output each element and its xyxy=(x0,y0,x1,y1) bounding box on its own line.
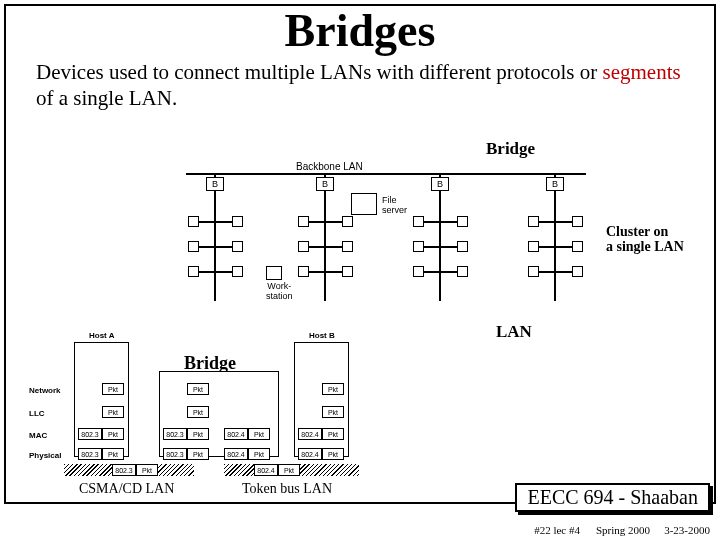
pkt-box: Pkt xyxy=(187,448,209,460)
backbone-line xyxy=(186,173,586,175)
bridge-box: B xyxy=(316,177,334,191)
file-server-box xyxy=(351,193,377,215)
pkt-box: Pkt xyxy=(187,428,209,440)
subtitle-post: of a single LAN. xyxy=(36,86,177,110)
host-b-label: Host B xyxy=(309,331,335,340)
pkt-box: Pkt xyxy=(187,406,209,418)
label-bridge: Bridge xyxy=(486,139,535,159)
row-mac: MAC xyxy=(29,431,47,440)
pkt-box: Pkt xyxy=(102,406,124,418)
row-network: Network xyxy=(29,386,61,395)
pkt-box: Pkt xyxy=(102,383,124,395)
subtitle-segments: segments xyxy=(602,60,680,84)
page-title: Bridges xyxy=(6,4,714,57)
bottom-diagram: Host A Host B Bridge Bridge Network LLC … xyxy=(34,331,474,506)
subtitle-pre: Devices used to connect multiple LANs wi… xyxy=(36,60,602,84)
p8023-box: 802.3 xyxy=(163,428,187,440)
token-label: Token bus LAN xyxy=(242,481,332,497)
footer-lec: #22 lec #4 xyxy=(534,524,580,536)
bridge-box: B xyxy=(431,177,449,191)
footer-date: 3-23-2000 xyxy=(664,524,710,536)
csma-label: CSMA/CD LAN xyxy=(79,481,174,497)
p8024-box: 802.4 xyxy=(298,448,322,460)
pkt-box: Pkt xyxy=(248,428,270,440)
host-a-label: Host A xyxy=(89,331,114,340)
pkt-box: Pkt xyxy=(278,464,300,476)
footer-term: Spring 2000 xyxy=(596,524,650,536)
label-cluster: Cluster ona single LAN xyxy=(606,224,684,255)
subtitle: Devices used to connect multiple LANs wi… xyxy=(6,57,714,111)
pkt-box: Pkt xyxy=(102,428,124,440)
p8024-box: 802.4 xyxy=(254,464,278,476)
bridge-box: B xyxy=(206,177,224,191)
pkt-box: Pkt xyxy=(322,448,344,460)
p8024-box: 802.4 xyxy=(224,428,248,440)
label-lan: LAN xyxy=(496,322,532,342)
top-diagram: Backbone LAN B B B B Fileserver xyxy=(186,161,606,321)
pkt-box: Pkt xyxy=(322,383,344,395)
row-llc: LLC xyxy=(29,409,45,418)
p8023-box: 802.3 xyxy=(112,464,136,476)
footer-course: EECC 694 - Shaaban xyxy=(515,483,710,512)
pkt-box: Pkt xyxy=(102,448,124,460)
workstation-label: Work-station xyxy=(266,281,293,301)
file-server-label: Fileserver xyxy=(382,195,407,215)
pkt-box: Pkt xyxy=(248,448,270,460)
p8023-box: 802.3 xyxy=(163,448,187,460)
pkt-box: Pkt xyxy=(322,428,344,440)
p8024-box: 802.4 xyxy=(298,428,322,440)
pkt-box: Pkt xyxy=(187,383,209,395)
row-physical: Physical xyxy=(29,451,61,460)
backbone-label: Backbone LAN xyxy=(296,161,363,172)
pkt-box: Pkt xyxy=(322,406,344,418)
p8024-box: 802.4 xyxy=(224,448,248,460)
p8023-box: 802.3 xyxy=(78,428,102,440)
p8023-box: 802.3 xyxy=(78,448,102,460)
pkt-box: Pkt xyxy=(136,464,158,476)
bridge-stack xyxy=(159,371,279,457)
bridge-box: B xyxy=(546,177,564,191)
